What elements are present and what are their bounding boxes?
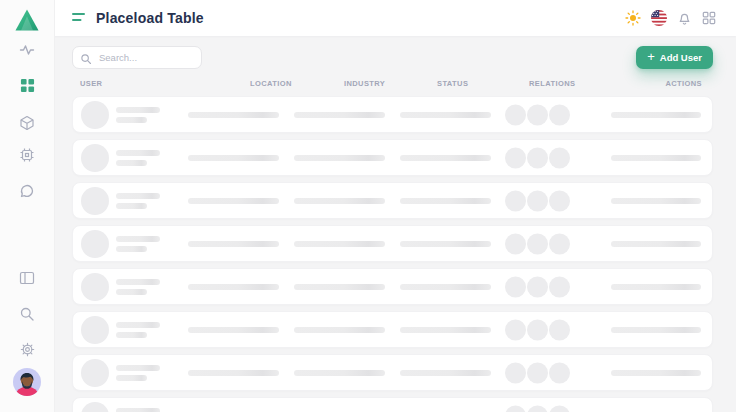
relations-placeholder	[505, 233, 570, 254]
relation-circle-placeholder	[549, 104, 570, 125]
status-placeholder	[400, 327, 491, 333]
user-text-placeholder	[116, 236, 160, 252]
activity-icon	[19, 42, 35, 62]
sidebar-item-cube[interactable]	[0, 117, 54, 133]
placeholder-bar	[116, 332, 147, 338]
sidebar-item-activity[interactable]	[0, 44, 54, 60]
table-toolbar: + Add User	[72, 45, 713, 69]
sidebar-item-settings[interactable]	[0, 343, 54, 359]
search-input[interactable]	[72, 46, 202, 69]
user-avatar-placeholder	[81, 402, 109, 412]
sidebar-item-search[interactable]	[0, 308, 54, 324]
placeholder-bar	[116, 408, 160, 412]
industry-placeholder	[294, 112, 385, 118]
user-avatar-placeholder	[81, 187, 109, 215]
actions-placeholder	[611, 155, 701, 161]
search-box	[72, 46, 202, 69]
location-placeholder	[188, 112, 279, 118]
placeholder-bar	[116, 365, 160, 371]
table-row-placeholder	[72, 397, 713, 412]
column-header-actions: ACTIONS	[665, 79, 702, 88]
panels-icon	[19, 270, 35, 290]
placeholder-bar	[116, 193, 160, 199]
relation-circle-placeholder	[549, 190, 570, 211]
column-header-status: STATUS	[437, 79, 468, 88]
language-us-flag-icon[interactable]	[651, 10, 667, 26]
add-user-button[interactable]: + Add User	[636, 46, 713, 69]
relation-circle-placeholder	[505, 190, 526, 211]
placeholder-bar	[116, 246, 147, 252]
table-row-placeholder	[72, 354, 713, 391]
table-row-placeholder	[72, 225, 713, 262]
status-placeholder	[400, 370, 491, 376]
user-text-placeholder	[116, 365, 160, 381]
relation-circle-placeholder	[527, 362, 548, 383]
relations-placeholder	[505, 190, 570, 211]
user-avatar[interactable]	[0, 368, 54, 396]
placeholder-bar	[116, 289, 147, 295]
sidebar-item-messages[interactable]	[0, 185, 54, 201]
actions-placeholder	[611, 198, 701, 204]
theme-sun-icon[interactable]	[625, 10, 641, 26]
relation-circle-placeholder	[505, 276, 526, 297]
relation-circle-placeholder	[527, 319, 548, 340]
table-rows	[72, 96, 713, 412]
status-placeholder	[400, 284, 491, 290]
relation-circle-placeholder	[505, 147, 526, 168]
sidebar-item-panels[interactable]	[0, 272, 54, 288]
placeholder-bar	[116, 203, 147, 209]
user-text-placeholder	[116, 107, 160, 123]
plus-icon: +	[647, 50, 655, 63]
relations-placeholder	[505, 147, 570, 168]
relation-circle-placeholder	[549, 362, 570, 383]
industry-placeholder	[294, 327, 385, 333]
placeholder-bar	[116, 322, 160, 328]
relation-circle-placeholder	[527, 276, 548, 297]
user-text-placeholder	[116, 150, 160, 166]
actions-placeholder	[611, 241, 701, 247]
table-row-placeholder	[72, 96, 713, 133]
relation-circle-placeholder	[549, 319, 570, 340]
status-placeholder	[400, 198, 491, 204]
column-header-location: LOCATION	[250, 79, 292, 88]
sidebar-item-components[interactable]	[0, 149, 54, 165]
relation-circle-placeholder	[549, 276, 570, 297]
relation-circle-placeholder	[527, 233, 548, 254]
user-text-placeholder	[116, 408, 160, 412]
relation-circle-placeholder	[505, 233, 526, 254]
placeholder-bar	[116, 107, 160, 113]
location-placeholder	[188, 198, 279, 204]
location-placeholder	[188, 370, 279, 376]
placeholder-bar	[116, 279, 160, 285]
relations-placeholder	[505, 276, 570, 297]
user-text-placeholder	[116, 279, 160, 295]
sidebar-item-dashboard[interactable]	[0, 79, 54, 95]
content-area: + Add User USER LOCATION INDUSTRY STATUS…	[54, 36, 736, 412]
brand-logo[interactable]	[0, 6, 54, 34]
relation-circle-placeholder	[549, 233, 570, 254]
placeholder-bar	[116, 160, 147, 166]
industry-placeholder	[294, 155, 385, 161]
user-avatar-placeholder	[81, 230, 109, 258]
sidebar	[0, 0, 55, 412]
placeholder-bar	[116, 375, 147, 381]
user-avatar-placeholder	[81, 359, 109, 387]
menu-toggle-icon[interactable]	[72, 13, 86, 23]
placeholder-bar	[116, 150, 160, 156]
table-row-placeholder	[72, 268, 713, 305]
location-placeholder	[188, 284, 279, 290]
relation-circle-placeholder	[527, 104, 548, 125]
apps-grid-icon[interactable]	[702, 11, 716, 25]
table-row-placeholder	[72, 311, 713, 348]
relation-circle-placeholder	[505, 405, 526, 412]
search-icon	[19, 306, 35, 326]
placeholder-bar	[116, 236, 160, 242]
relations-placeholder	[505, 104, 570, 125]
chat-bubble-icon	[19, 183, 35, 203]
notifications-bell-icon[interactable]	[677, 11, 692, 26]
status-placeholder	[400, 241, 491, 247]
actions-placeholder	[611, 112, 701, 118]
header-actions	[625, 10, 716, 26]
table-header: USER LOCATION INDUSTRY STATUS RELATIONS …	[72, 79, 713, 91]
relations-placeholder	[505, 362, 570, 383]
